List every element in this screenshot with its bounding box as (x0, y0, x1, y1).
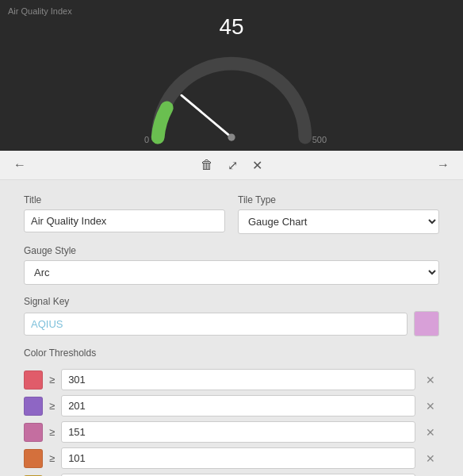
title-group: Title (24, 194, 225, 234)
threshold-row: ≥ ✕ (24, 369, 439, 390)
gauge-max: 500 (312, 135, 327, 144)
gauge-style-select[interactable]: Arc Full Half (24, 260, 439, 285)
toolbar-center: 🗑 ⤢ ✕ (197, 155, 266, 175)
title-label: Title (24, 194, 225, 205)
gauge-panel: Air Quality Index 45 0 500 (0, 0, 463, 151)
signal-key-group: Signal Key (24, 296, 439, 336)
threshold-gte: ≥ (49, 426, 55, 438)
threshold-list: ≥ ✕ ≥ ✕ ≥ ✕ ≥ ✕ (24, 369, 439, 476)
gauge-style-label: Gauge Style (24, 245, 439, 256)
tile-type-group: Tile Type Gauge Chart Line Chart Bar Cha… (238, 194, 439, 234)
expand-button[interactable]: ⤢ (224, 155, 242, 175)
color-thresholds-group: Color Thresholds ≥ ✕ ≥ ✕ ≥ ✕ (24, 347, 439, 476)
forward-button[interactable]: → (433, 155, 453, 175)
toolbar: ← 🗑 ⤢ ✕ → (0, 151, 463, 180)
back-button[interactable]: ← (10, 155, 30, 175)
gauge-value: 45 (219, 14, 243, 40)
title-input[interactable] (24, 209, 225, 232)
delete-button[interactable]: 🗑 (197, 155, 217, 175)
threshold-color-swatch[interactable] (24, 449, 43, 468)
signal-key-input[interactable] (24, 313, 408, 336)
threshold-gte: ≥ (49, 400, 55, 412)
threshold-color-swatch[interactable] (24, 423, 43, 442)
signal-key-label: Signal Key (24, 296, 439, 307)
color-swatch-button[interactable] (414, 311, 439, 336)
gauge-svg (128, 45, 335, 148)
tile-type-select[interactable]: Gauge Chart Line Chart Bar Chart (238, 209, 439, 234)
svg-line-0 (182, 95, 232, 137)
threshold-remove-button[interactable]: ✕ (422, 424, 439, 440)
gauge-min: 0 (144, 135, 149, 144)
threshold-row: ≥ ✕ (24, 395, 439, 416)
threshold-gte: ≥ (49, 374, 55, 386)
tile-type-label: Tile Type (238, 194, 439, 205)
panel-label: Air Quality Index (8, 6, 72, 16)
title-tiletype-row: Title Tile Type Gauge Chart Line Chart B… (24, 194, 439, 234)
threshold-remove-button[interactable]: ✕ (422, 398, 439, 414)
threshold-value-input[interactable] (61, 447, 415, 469)
threshold-color-swatch[interactable] (24, 370, 43, 390)
threshold-value-input[interactable] (61, 369, 415, 390)
threshold-value-input[interactable] (61, 395, 415, 416)
threshold-color-swatch[interactable] (24, 397, 43, 416)
svg-point-1 (228, 133, 235, 140)
threshold-remove-button[interactable]: ✕ (422, 372, 439, 388)
signal-key-row (24, 311, 439, 336)
threshold-remove-button[interactable]: ✕ (422, 451, 439, 466)
color-thresholds-label: Color Thresholds (24, 347, 439, 359)
gauge-style-group: Gauge Style Arc Full Half (24, 245, 439, 285)
threshold-gte: ≥ (49, 452, 55, 464)
threshold-value-input[interactable] (61, 421, 415, 443)
gauge-container: 0 500 (128, 45, 335, 148)
close-button[interactable]: ✕ (248, 155, 266, 175)
threshold-row: ≥ ✕ (24, 421, 439, 443)
gauge-style-row: Gauge Style Arc Full Half (24, 245, 439, 285)
settings-panel: Title Tile Type Gauge Chart Line Chart B… (0, 180, 463, 476)
threshold-row: ≥ ✕ (24, 447, 439, 469)
